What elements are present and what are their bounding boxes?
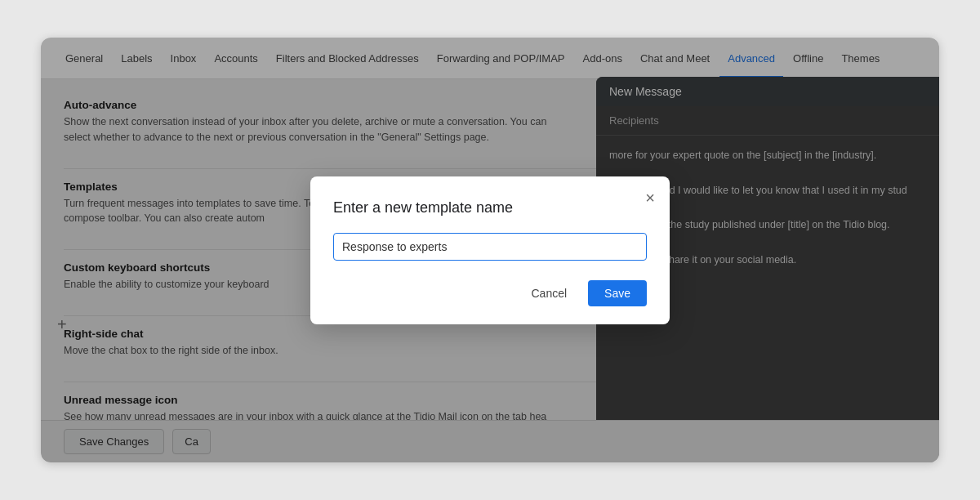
template-name-input[interactable] [333,233,647,261]
dialog-save-button[interactable]: Save [588,280,647,306]
template-name-dialog: Enter a new template name × Cancel Save [310,176,670,324]
dialog-cancel-button[interactable]: Cancel [518,280,580,306]
dialog-close-button[interactable]: × [645,190,655,206]
modal-overlay: Enter a new template name × Cancel Save [41,38,939,462]
dialog-actions: Cancel Save [333,280,647,306]
dialog-title: Enter a new template name [333,199,647,217]
